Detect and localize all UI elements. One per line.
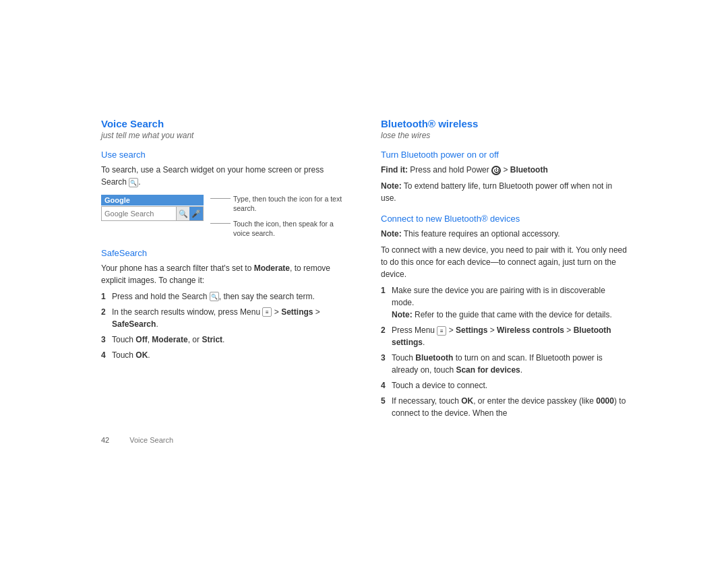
annotation-box: Type, then touch the icon for a text sea… — [210, 195, 347, 239]
bt-step-4: 4 Touch a device to connect. — [381, 379, 627, 392]
connect-heading: Connect to new Bluetooth® devices — [381, 214, 627, 224]
safe-search-steps: 1 Press and hold the Search 🔍, then say … — [101, 290, 347, 361]
google-label: Google — [104, 196, 130, 204]
bt-step-5: 5 If necessary, touch OK, or enter the d… — [381, 395, 627, 419]
search-input[interactable] — [102, 207, 176, 220]
step-num-2: 2 — [101, 306, 108, 330]
bt-step-num-5: 5 — [381, 395, 388, 419]
bt-step-num-3: 3 — [381, 352, 388, 376]
safe-search-body: Your phone has a search filter that's se… — [101, 262, 347, 286]
voice-search-subtitle: just tell me what you want — [101, 131, 347, 140]
step-num-3: 3 — [101, 334, 108, 346]
right-column: Bluetooth® wireless lose the wires Turn … — [381, 118, 627, 423]
step-text-4: Touch OK. — [112, 349, 150, 361]
search-button[interactable]: 🔍 — [176, 207, 189, 220]
power-icon: ⏻ — [491, 166, 501, 175]
bt-note-label-1: Note: — [392, 310, 413, 319]
bt-step-num-2: 2 — [381, 324, 388, 348]
turn-on-off-heading: Turn Bluetooth power on or off — [381, 150, 627, 160]
annotation-text-1: Type, then touch the icon for a text sea… — [233, 195, 347, 213]
search-box: Google 🔍 🎤 — [101, 195, 204, 221]
step-2: 2 In the search results window, press Me… — [101, 306, 347, 330]
footer-section: Voice Search — [129, 436, 173, 444]
google-bar: Google — [101, 195, 204, 206]
menu-icon-bt: ≡ — [437, 326, 446, 336]
bluetooth-note-1: Note: To extend battery life, turn Bluet… — [381, 180, 627, 204]
bluetooth-title: Bluetooth® wireless — [381, 118, 627, 129]
search-widget-area: Google 🔍 🎤 Type, then touch the icon for… — [101, 195, 347, 239]
step-text-3: Touch Off, Moderate, or Strict. — [112, 334, 224, 346]
bt-step-text-5: If necessary, touch OK, or enter the dev… — [392, 395, 627, 419]
step-4: 4 Touch OK. — [101, 349, 347, 361]
bt-step-3: 3 Touch Bluetooth to turn on and scan. I… — [381, 352, 627, 376]
mic-button[interactable]: 🎤 — [189, 207, 203, 220]
step-num-4: 4 — [101, 349, 108, 361]
page: Voice Search just tell me what you want … — [101, 98, 627, 464]
bt-step-text-4: Touch a device to connect. — [392, 379, 487, 392]
page-number: 42 — [101, 436, 109, 444]
annotation-line-1 — [210, 198, 231, 199]
menu-icon: ≡ — [262, 307, 272, 317]
find-it-label: Find it: — [381, 165, 408, 175]
bt-step-num-4: 4 — [381, 379, 388, 392]
annotation-text: Type, then touch the icon for a text sea… — [210, 195, 347, 213]
connect-note: Note: This feature requires an optional … — [381, 228, 627, 240]
annotation-voice-text: Touch the icon, then speak for a voice s… — [210, 220, 347, 238]
step-3: 3 Touch Off, Moderate, or Strict. — [101, 334, 347, 346]
find-it-text: Find it: Press and hold Power ⏻ > Blueto… — [381, 164, 627, 176]
bt-step-text-3: Touch Bluetooth to turn on and scan. If … — [392, 352, 627, 376]
bluetooth-subtitle: lose the wires — [381, 131, 627, 140]
connect-intro: To connect with a new device, you need t… — [381, 244, 627, 280]
use-search-heading: Use search — [101, 150, 347, 160]
safe-search-heading: SafeSearch — [101, 248, 347, 258]
page-footer: 42 Voice Search — [101, 436, 627, 444]
left-column: Voice Search just tell me what you want … — [101, 118, 347, 365]
content-columns: Voice Search just tell me what you want … — [101, 118, 627, 423]
bt-step-text-1: Make sure the device you are pairing wit… — [392, 284, 627, 321]
search-icon: 🔍 — [129, 178, 138, 187]
annotation-text-2: Touch the icon, then speak for a voice s… — [233, 220, 347, 238]
use-search-body: To search, use a Search widget on your h… — [101, 164, 347, 188]
bt-step-2: 2 Press Menu ≡ > Settings > Wireless con… — [381, 324, 627, 348]
step-text-2: In the search results window, press Menu… — [112, 306, 347, 330]
bt-step-num-1: 1 — [381, 284, 388, 321]
search-input-row: 🔍 🎤 — [101, 206, 204, 221]
step-num-1: 1 — [101, 290, 108, 303]
voice-search-title: Voice Search — [101, 118, 347, 129]
bt-step-1: 1 Make sure the device you are pairing w… — [381, 284, 627, 321]
search-icon-small: 🔍 — [210, 292, 219, 301]
annotation-line-2 — [210, 223, 231, 224]
connect-note-label: Note: — [381, 229, 402, 239]
connect-steps: 1 Make sure the device you are pairing w… — [381, 284, 627, 419]
step-text-1: Press and hold the Search 🔍, then say th… — [112, 290, 315, 303]
step-1: 1 Press and hold the Search 🔍, then say … — [101, 290, 347, 303]
bt-step-text-2: Press Menu ≡ > Settings > Wireless contr… — [392, 324, 627, 348]
note-label-1: Note: — [381, 181, 402, 191]
